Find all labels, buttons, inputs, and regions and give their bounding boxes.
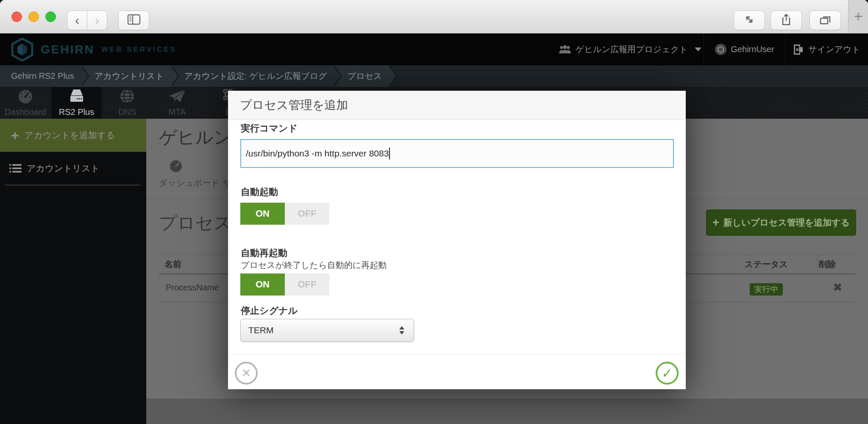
brand[interactable]: GEHIRN WEB SERVICES [41,33,177,65]
add-process-button[interactable]: + 新しいプロセス管理を追加する [706,209,856,236]
user-menu[interactable]: GehirnUser [704,33,786,65]
status-badge: 実行中 [750,283,783,296]
signout-icon [793,44,804,56]
check-icon: ✓ [662,365,673,381]
stop-signal-select[interactable]: TERM [240,319,414,342]
modal-header: プロセス管理を追加 [228,91,686,120]
account-heading: ゲヒルン [159,126,232,149]
column-divider [817,254,818,273]
breadcrumb-item-rs2plus[interactable]: Gehirn RS2 Plus [0,65,81,87]
fullscreen-icon [743,14,755,27]
list-icon [9,163,22,173]
chevron-down-icon [695,47,701,51]
select-arrows-icon [399,326,404,335]
sidebar-toggle-button[interactable] [118,11,149,30]
app-header: GEHIRN WEB SERVICES ゲヒルン広報用プロジェクト Gehirn… [0,33,868,65]
sidebar: + アカウントを追加する アカウントリスト [0,119,146,424]
window-close-button[interactable] [11,11,22,22]
screen: ‹ › + GEHIRN WEB SE [0,0,868,424]
nav-item-dashboard[interactable]: Dashboard [0,87,51,119]
breadcrumb-item-account-list[interactable]: アカウントリスト [81,65,171,87]
gauge-icon [17,89,34,106]
paper-plane-icon [168,89,186,106]
text-caret [389,148,390,159]
tabs-icon [819,14,831,27]
share-button[interactable] [771,11,802,30]
project-menu-label: ゲヒルン広報用プロジェクト [576,44,688,55]
confirm-button[interactable]: ✓ [656,362,679,385]
column-header-name: 名前 [164,259,181,270]
browser-toolbar: ‹ › + [0,0,868,33]
forward-button[interactable]: › [87,11,107,30]
back-button[interactable]: ‹ [67,11,87,30]
nav-label: DNS [118,107,136,117]
fullscreen-button[interactable] [734,11,765,30]
autostart-toggle[interactable]: ON OFF [240,203,329,225]
autorestart-description: プロセスが終了したら自動的に再起動 [241,259,387,271]
username-label: GehirnUser [731,45,774,54]
nav-item-dns[interactable]: DNS [102,87,153,119]
window-minimize-button[interactable] [28,11,39,22]
autostart-on[interactable]: ON [240,203,285,225]
breadcrumb: Gehirn RS2 Plus アカウントリスト アカウント設定: ゲヒルン広報… [0,65,868,87]
column-header-delete: 削除 [819,259,836,270]
command-value: /usr/bin/python3 -m http.server 8083 [246,148,389,159]
sidebar-item-add-account[interactable]: + アカウントを追加する [0,119,146,152]
stop-signal-value: TERM [248,325,274,335]
nav-label: Dashboard [5,107,46,117]
nav-label: RS2 Plus [59,107,94,117]
dashboard-tab-icon [168,159,184,175]
project-menu[interactable]: ゲヒルン広報用プロジェクト [559,33,704,65]
modal-title: プロセス管理を追加 [240,91,686,120]
column-divider [750,254,751,273]
autorestart-on[interactable]: ON [240,273,285,296]
sidebar-icon [127,14,141,27]
add-process-modal: プロセス管理を追加 実行コマンド /usr/bin/python3 -m htt… [228,91,686,389]
stop-signal-label: 停止シグナル [241,304,298,317]
tabs-overview-button[interactable] [810,11,841,30]
new-tab-button[interactable]: + [848,0,868,33]
plus-icon: + [712,216,719,229]
gehirn-logo-icon [11,38,33,63]
avatar [715,44,726,55]
nav-item-mta[interactable]: MTA [152,87,203,119]
brand-name: GEHIRN [41,43,95,56]
add-process-button-label: 新しいプロセス管理を追加する [723,217,850,229]
project-group-icon [559,45,571,54]
cancel-button[interactable]: ✕ [235,362,258,385]
signout-label: サインアウト [808,44,860,55]
back-icon: ‹ [75,12,79,29]
process-name-cell: ProcessName [166,283,219,293]
autorestart-toggle[interactable]: ON OFF [240,273,329,296]
autorestart-label: 自動再起動 [241,247,287,259]
plus-icon: + [854,8,862,25]
sidebar-item-label: アカウントを追加する [25,129,115,141]
sidebar-item-account-list[interactable]: アカウントリスト [0,152,146,185]
command-label: 実行コマンド [241,122,298,135]
forward-icon: › [95,12,99,29]
globe-icon [119,89,136,106]
breadcrumb-item-account-settings[interactable]: アカウント設定: ゲヒルン広報ブログ [171,65,334,87]
delete-button[interactable]: ✖ [833,281,843,294]
close-icon: ✕ [242,366,251,380]
tab-dashboard[interactable]: ダッシュボード [159,177,220,189]
nav-label: MTA [169,107,186,117]
autostart-label: 自動起動 [241,186,278,198]
section-title: プロセス [159,211,232,235]
modal-footer-divider [228,354,686,354]
autostart-off[interactable]: OFF [285,203,329,225]
sidebar-divider [5,185,140,185]
nav-item-rs2plus[interactable]: RS2 Plus [51,87,102,119]
brand-suffix: WEB SERVICES [101,45,177,54]
window-zoom-button[interactable] [45,11,56,22]
share-icon [780,13,792,28]
signout-button[interactable]: サインアウト [785,33,868,65]
sidebar-item-label: アカウントリスト [27,162,100,174]
server-icon [67,89,86,106]
autorestart-off[interactable]: OFF [285,273,329,296]
command-input[interactable]: /usr/bin/python3 -m http.server 8083 [240,139,674,168]
column-header-status: ステータス [745,259,788,270]
